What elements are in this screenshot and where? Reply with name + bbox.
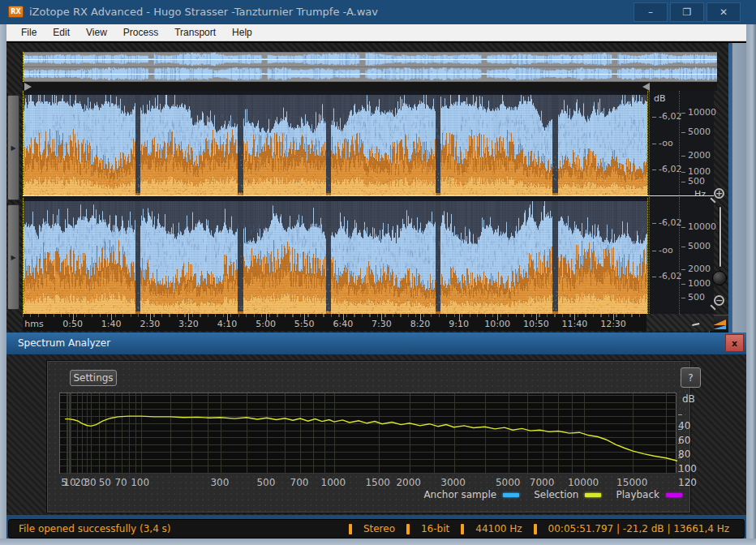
db-axis-title: dB: [654, 93, 666, 104]
menu-item-process[interactable]: Process: [115, 25, 166, 40]
db-tick-label: -6,02: [652, 164, 681, 174]
spectrogram[interactable]: [23, 91, 648, 314]
time-tick-label: 4:10: [217, 319, 238, 329]
time-tick-label: 7:30: [372, 319, 392, 329]
legend-label: Anchor sample: [423, 489, 496, 500]
spectrum-plot-svg: [60, 393, 677, 474]
menu-item-transport[interactable]: Transport: [166, 25, 224, 40]
spectrum-analyzer-titlebar[interactable]: Spectrum Analyzer x: [6, 333, 746, 354]
zoom-in-icon[interactable]: +: [714, 188, 724, 199]
spectrum-x-tick-label: 2000: [396, 477, 421, 488]
spectrum-x-tick-label: 10000: [568, 477, 599, 488]
resize-grip-icon: [692, 320, 700, 326]
status-field: 00:05:51.797 | -21,2 dB | 13661,4 Hz: [548, 523, 729, 534]
time-tick-label: 2:30: [140, 319, 160, 329]
editor: ▶ ▶ -6,02-oo-6,02 10000500020001000500 -…: [6, 41, 746, 333]
channel-tab-left[interactable]: ▶: [7, 95, 19, 200]
freq-tick-label: 1000: [681, 278, 711, 289]
time-tick-label: 5:00: [256, 319, 276, 329]
status-field: 44100 Hz: [475, 523, 522, 534]
zoom-out-icon[interactable]: −: [714, 295, 724, 306]
db-scale-right[interactable]: -6,02-oo-6,02: [650, 197, 679, 314]
legend-swatch: [585, 493, 601, 497]
menu-item-view[interactable]: View: [78, 25, 115, 40]
spectrum-x-tick-label: 500: [256, 477, 275, 488]
ruler-end-area: [646, 314, 714, 331]
freq-tick-label: 2000: [681, 150, 711, 161]
spectrum-analyzer-title: Spectrum Analyzer: [18, 337, 110, 349]
time-tick-label: 0:50: [62, 319, 83, 329]
title-bar: RX iZotope RX Advanced - Hugo Strasser -…: [0, 0, 756, 24]
status-separator: [534, 524, 537, 534]
freq-tick-label: 500: [681, 292, 705, 303]
spectrum-x-tick-label: 50: [99, 477, 111, 488]
app-icon: RX: [8, 6, 24, 18]
db-tick-label: -6,02: [652, 217, 681, 228]
time-tick-label: 10:00: [484, 319, 510, 329]
freq-tick-label: 2000: [681, 264, 711, 274]
freq-tick-label: 5000: [681, 127, 711, 137]
spectrum-x-tick-label: 1000: [321, 477, 346, 488]
channel-divider: [23, 195, 714, 196]
time-ruler[interactable]: hms0:501:402:303:204:105:005:506:407:308…: [23, 314, 646, 331]
waveform-overview[interactable]: [23, 52, 717, 82]
menu-bar: FileEditViewProcessTransportHelp: [6, 24, 746, 41]
spectrum-x-tick-label: 100: [131, 477, 149, 488]
window-frame-left: [0, 24, 6, 545]
db-tick-label: -oo: [652, 138, 673, 148]
minimize-button[interactable]: –: [634, 2, 668, 22]
scales-channel-right[interactable]: -6,02-oo-6,02 10000500020001000500: [649, 197, 714, 314]
hz-axis-unit: Hz: [694, 189, 706, 200]
spectrum-x-tick-label: 70: [114, 477, 127, 488]
status-field: 16-bit: [421, 523, 449, 534]
window-frame-bottom: [0, 539, 756, 545]
status-separator: [349, 524, 352, 534]
status-separator: [461, 524, 464, 534]
spectrum-x-tick-label: 3000: [440, 477, 466, 488]
time-tick-label: 9:10: [449, 319, 469, 329]
time-unit-label: hms: [24, 319, 43, 329]
time-tick-label: 11:40: [562, 319, 588, 329]
end-marker-icon: [642, 83, 650, 91]
play-marker-icon[interactable]: [24, 83, 32, 91]
time-tick-label: 8:20: [410, 319, 431, 329]
spectrum-analyzer-close-button[interactable]: x: [725, 334, 744, 352]
spectrum-x-tick-label: 15000: [616, 477, 647, 488]
spectrum-x-tick-label: 30: [84, 477, 96, 488]
time-tick-label: 10:50: [523, 319, 549, 329]
close-button[interactable]: ✕: [707, 2, 741, 22]
marker-row[interactable]: [23, 82, 717, 91]
menu-item-edit[interactable]: Edit: [45, 25, 78, 40]
legend-label: Selection: [534, 489, 578, 500]
settings-button[interactable]: Settings: [70, 370, 117, 386]
help-button[interactable]: ?: [681, 367, 701, 388]
window-frame-right: [746, 24, 756, 545]
spectrum-analyzer-body: Settings ? dB 406080100120 5102030507010…: [6, 354, 746, 515]
zoom-slider[interactable]: [719, 206, 722, 268]
zoom-slider-knob[interactable]: [712, 271, 727, 285]
legend-label: Playback: [616, 489, 659, 500]
legend-swatch: [503, 493, 519, 497]
legend-item: Selection: [534, 489, 601, 500]
editor-scrollbar[interactable]: [732, 43, 746, 334]
legend-item: Playback: [616, 489, 682, 500]
scales-channel-left[interactable]: -6,02-oo-6,02 10000500020001000500: [649, 91, 714, 196]
spectrum-analyzer-panel: Settings ? dB 406080100120 5102030507010…: [46, 360, 691, 513]
client-area: ▶ ▶ -6,02-oo-6,02 10000500020001000500 -…: [6, 41, 746, 539]
spectrum-curve: [65, 416, 677, 461]
menu-item-file[interactable]: File: [13, 25, 45, 40]
spectrum-analyzer-window: Spectrum Analyzer x Settings ? dB 406080…: [6, 333, 746, 515]
maximize-button[interactable]: ❐: [670, 2, 704, 22]
spectrum-x-tick-label: 7000: [530, 477, 555, 488]
db-scale-left[interactable]: -6,02-oo-6,02: [650, 91, 679, 196]
status-field: Stereo: [363, 523, 395, 534]
spectrum-x-tick-label: 700: [290, 477, 309, 488]
time-tick-label: 3:20: [178, 319, 199, 329]
time-tick-label: 5:50: [294, 319, 315, 329]
spectrum-x-tick-label: 1500: [365, 477, 390, 488]
status-separator: [406, 524, 410, 534]
status-bar: File opened successfully (3,4 s) Stereo1…: [8, 519, 745, 539]
channel-tab-right[interactable]: ▶: [7, 204, 19, 310]
menu-item-help[interactable]: Help: [224, 25, 260, 40]
spectrum-x-tick-label: 5000: [496, 477, 521, 488]
